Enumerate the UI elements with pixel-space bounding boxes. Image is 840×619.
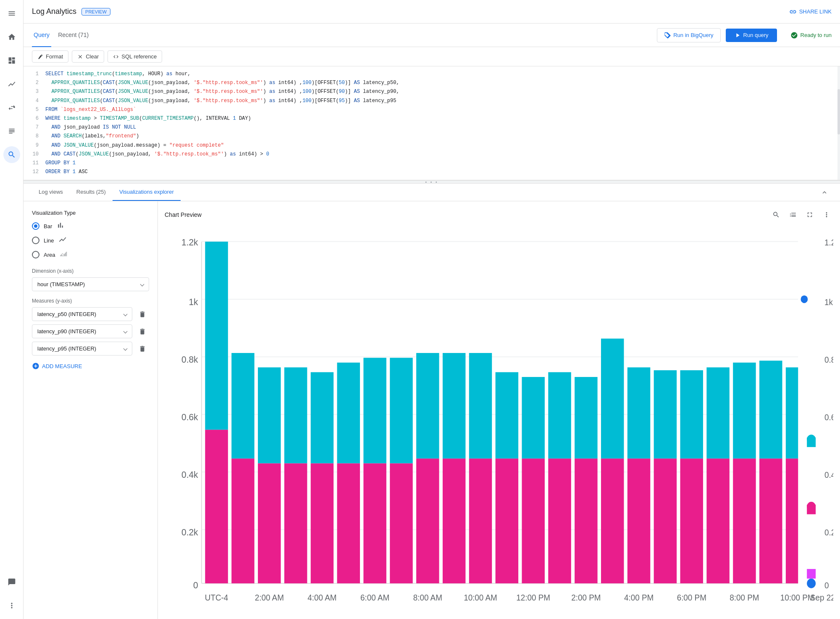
format-button[interactable]: Format: [32, 50, 68, 63]
dimension-chevron-icon: [140, 282, 144, 287]
share-link-button[interactable]: SHARE LINK: [789, 8, 832, 16]
svg-text:1k: 1k: [189, 296, 198, 307]
fullscreen-button[interactable]: [803, 208, 816, 221]
radio-area[interactable]: Area: [32, 250, 149, 260]
clear-button[interactable]: Clear: [72, 50, 104, 63]
radio-bar[interactable]: Bar: [32, 221, 149, 231]
svg-rect-49: [654, 370, 677, 458]
svg-text:8:00 PM: 8:00 PM: [730, 593, 759, 603]
dimension-dropdown[interactable]: hour (TIMESTAMP): [32, 277, 149, 291]
measure-1-delete-button[interactable]: [136, 325, 149, 338]
code-line-1: 1 SELECT timestamp_trunc(timestamp, HOUR…: [24, 70, 840, 79]
code-line-5: 5 FROM `logs_next22_US._AllLogs`: [24, 105, 840, 114]
code-line-6: 6 WHERE timestamp > TIMESTAMP_SUB(CURREN…: [24, 114, 840, 123]
zoom-button[interactable]: [769, 208, 783, 221]
sidebar-icon-report[interactable]: [3, 574, 20, 590]
svg-text:Sep 22: Sep 22: [810, 593, 833, 603]
code-line-9: 9 AND JSON_VALUE(json_payload.message) =…: [24, 141, 840, 150]
code-line-3: 3 APPROX_QUANTILES(CAST(JSON_VALUE(json_…: [24, 87, 840, 96]
svg-rect-29: [390, 358, 412, 464]
action-bar: Format Clear SQL reference: [24, 47, 840, 66]
chart-actions: [769, 208, 833, 221]
sidebar-icon-dashboard[interactable]: [3, 52, 20, 69]
more-options-button[interactable]: [820, 208, 833, 221]
sidebar-icon-home[interactable]: [3, 29, 20, 45]
run-query-button[interactable]: Run query: [726, 29, 777, 42]
add-measure-button[interactable]: ADD MEASURE: [32, 359, 82, 373]
run-in-bigquery-button[interactable]: Run in BigQuery: [657, 28, 720, 42]
svg-text:12:00 PM: 12:00 PM: [516, 593, 550, 603]
svg-rect-65: [807, 505, 816, 514]
legend-button[interactable]: [786, 208, 800, 221]
tab-visualizations[interactable]: Visualizations explorer: [113, 184, 181, 201]
sql-reference-button[interactable]: SQL reference: [108, 50, 162, 63]
tab-results[interactable]: Results (25): [70, 184, 113, 201]
svg-text:0: 0: [193, 579, 198, 590]
svg-rect-48: [627, 459, 650, 584]
sidebar-icon-chart[interactable]: [3, 76, 20, 92]
code-line-4: 4 APPROX_QUANTILES(CAST(JSON_VALUE(json_…: [24, 97, 840, 105]
code-line-10: 10 AND CAST(JSON_VALUE(json_payload, '$.…: [24, 150, 840, 159]
sidebar: [0, 0, 24, 619]
bottom-panel: Log views Results (25) Visualizations ex…: [24, 184, 840, 619]
tab-log-views[interactable]: Log views: [32, 184, 70, 201]
svg-rect-53: [706, 367, 729, 458]
measure-0-dropdown[interactable]: latency_p50 (INTEGER): [32, 307, 132, 321]
sidebar-icon-logs[interactable]: [3, 123, 20, 140]
clear-icon: [77, 54, 83, 60]
svg-rect-22: [284, 464, 307, 584]
share-link-label: SHARE LINK: [799, 8, 832, 15]
code-line-11: 11 GROUP BY 1: [24, 159, 840, 168]
svg-rect-38: [496, 459, 518, 584]
svg-text:2:00 PM: 2:00 PM: [571, 593, 601, 603]
svg-point-61: [807, 579, 816, 588]
radio-bar-circle: [32, 222, 39, 230]
zoom-icon: [772, 211, 780, 219]
svg-rect-56: [733, 459, 756, 584]
measure-2-dropdown[interactable]: latency_p95 (INTEGER): [32, 342, 132, 356]
bar-chart-icon: [56, 221, 65, 231]
resize-handle[interactable]: • • •: [24, 180, 840, 184]
svg-text:0.8k: 0.8k: [824, 355, 833, 364]
code-line-8: 8 AND SEARCH(labels,"frontend"): [24, 132, 840, 141]
measure-2-delete-button[interactable]: [136, 342, 149, 356]
bar-chart-svg: 1.2k 1k 0.8k 0.6k 0.4k 0.2k 0: [165, 228, 833, 612]
measure-1-chevron-icon: [123, 329, 128, 334]
app-title: Log Analytics: [32, 7, 76, 16]
add-circle-icon: [32, 362, 39, 370]
area-chart-icon: [59, 250, 68, 260]
svg-text:4:00 AM: 4:00 AM: [307, 593, 336, 603]
tab-recent[interactable]: Recent (71): [56, 24, 90, 47]
svg-text:0.2k: 0.2k: [181, 527, 198, 537]
delete-icon: [139, 328, 146, 335]
editor-scrollbar[interactable]: [837, 66, 840, 180]
sidebar-icon-settings[interactable]: [3, 597, 20, 614]
delete-icon: [139, 345, 146, 353]
svg-rect-44: [575, 459, 597, 584]
sidebar-icon-menu[interactable]: [3, 5, 20, 22]
panel-expand-button[interactable]: [817, 184, 832, 201]
radio-line[interactable]: Line: [32, 235, 149, 245]
svg-rect-33: [443, 353, 465, 458]
editor-scrollbar-thumb[interactable]: [837, 89, 840, 134]
viz-controls: Visualization Type Bar Line: [24, 201, 158, 619]
svg-text:0.6k: 0.6k: [181, 411, 198, 422]
svg-text:UTC-4: UTC-4: [205, 593, 228, 603]
sidebar-icon-query[interactable]: [3, 146, 20, 163]
svg-rect-43: [575, 377, 597, 458]
measure-1-dropdown[interactable]: latency_p90 (INTEGER): [32, 324, 132, 338]
tab-query[interactable]: Query: [32, 24, 51, 47]
measure-row-1: latency_p90 (INTEGER): [32, 324, 149, 338]
sidebar-icon-explore[interactable]: [3, 99, 20, 116]
measure-row-0: latency_p50 (INTEGER): [32, 307, 149, 321]
svg-rect-59: [786, 367, 798, 458]
svg-rect-20: [258, 464, 281, 584]
chart-header: Chart Preview: [165, 208, 833, 221]
svg-text:0.4k: 0.4k: [181, 469, 198, 480]
query-editor[interactable]: 1 SELECT timestamp_trunc(timestamp, HOUR…: [24, 66, 840, 180]
svg-text:0.2k: 0.2k: [824, 527, 833, 537]
svg-rect-47: [627, 367, 650, 458]
svg-text:2:00 AM: 2:00 AM: [255, 593, 284, 603]
measure-0-delete-button[interactable]: [136, 308, 149, 321]
format-icon: [37, 54, 43, 60]
